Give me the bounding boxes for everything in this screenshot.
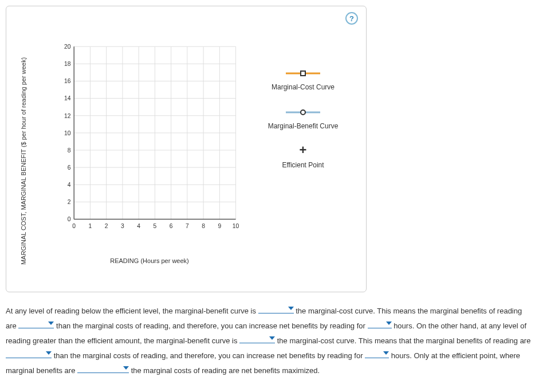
legend-item-mc[interactable]: Marginal-Cost Curve — [260, 69, 346, 91]
legend-label: Efficient Point — [282, 161, 324, 169]
plot-box[interactable]: 012345678910 02468101214161820 — [58, 41, 241, 241]
svg-text:18: 18 — [64, 61, 71, 67]
legend: Marginal-Cost Curve Marginal-Benefit Cur… — [260, 69, 346, 186]
square-icon — [286, 69, 320, 77]
svg-text:4: 4 — [137, 223, 140, 229]
legend-item-mb[interactable]: Marginal-Benefit Curve — [260, 108, 346, 130]
svg-text:8: 8 — [202, 223, 205, 229]
legend-item-eff[interactable]: + Efficient Point — [260, 147, 346, 169]
text-segment: At any level of reading below the effici… — [6, 307, 256, 315]
blank-dropdown-2[interactable] — [18, 319, 54, 328]
legend-label: Marginal-Benefit Curve — [268, 122, 339, 130]
blank-dropdown-5[interactable] — [6, 349, 52, 358]
x-axis-label: READING (Hours per week) — [110, 257, 189, 264]
svg-text:14: 14 — [64, 95, 71, 101]
blank-dropdown-7[interactable] — [77, 364, 129, 373]
svg-text:16: 16 — [64, 78, 71, 84]
text-segment: the marginal-cost curve. This means that… — [277, 336, 531, 345]
legend-label: Marginal-Cost Curve — [272, 83, 335, 91]
svg-text:20: 20 — [64, 44, 71, 50]
blank-dropdown-6[interactable] — [365, 349, 389, 358]
text-segment: than the marginal costs of reading, and … — [54, 351, 363, 360]
blank-dropdown-3[interactable] — [368, 319, 392, 328]
svg-text:3: 3 — [121, 223, 124, 229]
svg-text:5: 5 — [154, 223, 157, 229]
text-segment: than the marginal costs of reading, and … — [56, 322, 365, 330]
plus-icon: + — [286, 147, 320, 155]
question-text: At any level of reading below the effici… — [6, 304, 533, 378]
blank-dropdown-4[interactable] — [239, 334, 275, 343]
chart-svg: 012345678910 02468101214161820 — [58, 41, 241, 241]
svg-text:0: 0 — [68, 216, 71, 222]
svg-text:10: 10 — [233, 223, 239, 229]
svg-text:0: 0 — [72, 223, 76, 229]
svg-text:6: 6 — [68, 164, 71, 171]
help-button[interactable]: ? — [345, 12, 358, 25]
svg-text:1: 1 — [89, 223, 92, 229]
svg-text:6: 6 — [170, 223, 173, 229]
svg-text:2: 2 — [105, 223, 108, 229]
blank-dropdown-1[interactable] — [258, 304, 294, 313]
circle-icon — [286, 108, 320, 116]
svg-text:9: 9 — [218, 223, 221, 229]
svg-text:12: 12 — [64, 113, 71, 119]
svg-text:7: 7 — [186, 223, 189, 229]
text-segment: the marginal costs of reading are net be… — [131, 366, 320, 375]
svg-text:8: 8 — [68, 147, 71, 154]
y-axis-label: MARGINAL COST, MARGINAL BENEFIT ($ per h… — [20, 57, 27, 265]
chart-panel: ? MARGINAL COST, MARGINAL BENEFIT ($ per… — [6, 6, 367, 292]
chart-area: MARGINAL COST, MARGINAL BENEFIT ($ per h… — [23, 41, 253, 281]
svg-text:10: 10 — [64, 130, 71, 136]
svg-text:4: 4 — [68, 182, 71, 188]
svg-text:2: 2 — [68, 199, 71, 205]
